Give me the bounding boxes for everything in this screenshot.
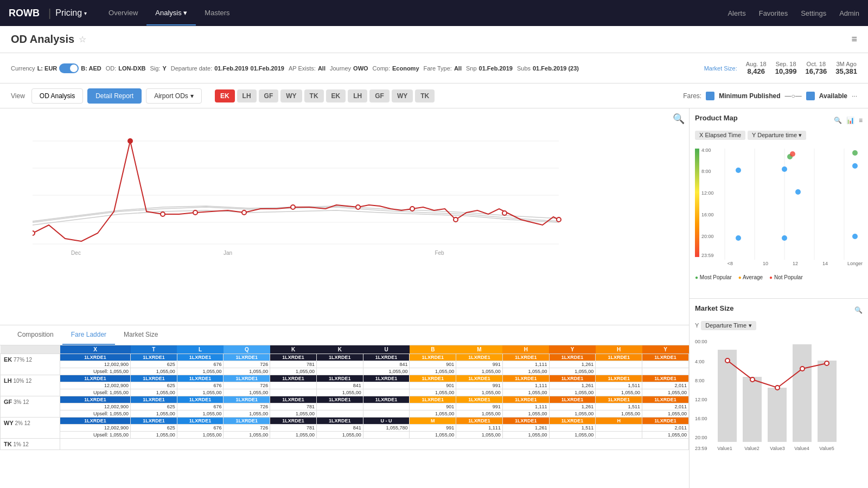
- ms-label: Market Size:: [704, 65, 737, 72]
- od-analysis-button[interactable]: OD Analysis: [31, 88, 83, 104]
- ap-value[interactable]: All: [318, 65, 326, 72]
- nav-settings[interactable]: Settings: [801, 9, 826, 17]
- pill-lh2[interactable]: LH: [348, 89, 367, 102]
- fare-header-y2: Y: [642, 345, 689, 354]
- svg-point-17: [356, 205, 360, 209]
- svg-point-48: [736, 235, 741, 241]
- comp-value[interactable]: Economy: [392, 65, 419, 72]
- airport-ods-dropdown[interactable]: Airport ODs ▾: [146, 88, 202, 104]
- fare-type-value[interactable]: All: [454, 65, 462, 72]
- product-map-filter-icon[interactable]: ≡: [859, 117, 863, 124]
- svg-point-50: [852, 234, 858, 239]
- svg-text:12: 12: [793, 261, 798, 266]
- min-published-checkbox[interactable]: [706, 92, 714, 100]
- fare-type-label: Fare Type:: [424, 65, 452, 72]
- svg-point-46: [852, 163, 858, 169]
- product-map-export-icon[interactable]: 📊: [846, 117, 854, 124]
- fares-section: Fares: Minimum Published —○— Available ·…: [683, 92, 857, 100]
- table-row: GF 3% 12 1LXRDE1 1LXRDE1 1LXRDE1 1LXRDE1…: [1, 396, 689, 403]
- svg-text:23:59: 23:59: [695, 446, 707, 451]
- product-map-search-icon[interactable]: 🔍: [834, 117, 842, 124]
- pill-gf[interactable]: GF: [259, 89, 279, 102]
- x-axis-label: X Elapsed Time: [695, 131, 745, 140]
- fare-ladder-table: X T L Q K K U B M H Y H Y: [0, 345, 689, 450]
- currency-b: B: AED: [81, 65, 101, 72]
- more-options-icon[interactable]: ···: [852, 92, 857, 100]
- market-size-tools: 🔍: [854, 306, 863, 314]
- table-row: Upsell: 1,055,00 1,055,00 1,055,00 1,055…: [1, 389, 689, 396]
- minus-icon[interactable]: —○—: [784, 92, 801, 100]
- tab-fare-ladder[interactable]: Fare Ladder: [62, 325, 115, 345]
- brand-logo: ROWB: [9, 8, 40, 19]
- journey-label: Journey: [330, 65, 351, 72]
- pill-gf2[interactable]: GF: [369, 89, 390, 102]
- app-chevron-icon[interactable]: ▾: [84, 10, 87, 16]
- detail-report-button[interactable]: Detail Report: [87, 88, 142, 104]
- pill-wy[interactable]: WY: [280, 89, 302, 102]
- favorite-star-icon[interactable]: ☆: [79, 34, 86, 44]
- ek-label-cell: EK 77% 12: [1, 354, 60, 375]
- sig-value[interactable]: Y: [162, 65, 166, 72]
- table-row: Upsell: 1,055,00 1,055,00 1,055,00 1,055…: [1, 368, 689, 375]
- dep-val1[interactable]: 01.Feb.2019: [214, 65, 248, 72]
- snp-value[interactable]: 01.Feb.2019: [479, 65, 513, 72]
- sig-label: Sig:: [150, 65, 160, 72]
- subs-value[interactable]: 01.Feb.2019 (23): [533, 65, 579, 72]
- journey-value[interactable]: OWO: [353, 65, 368, 72]
- pill-wy2[interactable]: WY: [392, 89, 413, 102]
- svg-point-16: [291, 205, 295, 209]
- comp-label: Comp:: [373, 65, 390, 72]
- ms-aug: Aug. 18 8,426: [746, 61, 767, 75]
- svg-text:8:00: 8:00: [701, 169, 711, 174]
- svg-point-18: [410, 207, 414, 211]
- nav-analysis[interactable]: Analysis ▾: [146, 1, 196, 25]
- product-map-section: Product Map 🔍 📊 ≡ X Elapsed Time Y Depar…: [690, 108, 868, 299]
- nav-overview[interactable]: Overview: [100, 1, 146, 25]
- nav-favorites[interactable]: Favorites: [759, 9, 788, 17]
- top-nav: ROWB | Pricing ▾ Overview Analysis ▾ Mas…: [0, 0, 868, 26]
- ap-filter: AP Exists: All: [289, 65, 326, 72]
- tab-composition[interactable]: Composition: [9, 325, 62, 345]
- pill-tk2[interactable]: TK: [415, 89, 435, 102]
- fare-header-q: Q: [224, 345, 270, 354]
- pill-ek[interactable]: EK: [215, 89, 235, 102]
- fare-ladder-table-container[interactable]: X T L Q K K U B M H Y H Y: [0, 345, 689, 450]
- svg-text:Jan: Jan: [224, 250, 232, 256]
- pill-tk[interactable]: TK: [304, 89, 324, 102]
- bottom-tabs: Composition Fare Ladder Market Size: [0, 325, 689, 345]
- table-row: 12,002,900 625 676 726 781 841 1,055,780…: [1, 425, 689, 432]
- od-value[interactable]: LON-DXB: [118, 65, 145, 72]
- chart-area: 🔍 MAX 65,000 4,400 33,600 2,600 1,600: [0, 108, 689, 325]
- svg-text:12:00: 12:00: [701, 190, 714, 196]
- dep-label: Departure date:: [171, 65, 212, 72]
- nav-alerts[interactable]: Alerts: [727, 9, 745, 17]
- product-map-header: Product Map 🔍 📊 ≡: [695, 114, 863, 126]
- main-content: 🔍 MAX 65,000 4,400 33,600 2,600 1,600: [0, 108, 868, 488]
- nav-admin[interactable]: Admin: [839, 9, 859, 17]
- svg-text:16:00: 16:00: [701, 212, 714, 217]
- available-label: Available: [819, 92, 847, 100]
- departure-time-dropdown[interactable]: Departure Time ▾: [701, 321, 756, 330]
- dep-val2[interactable]: 01.Feb.2019: [251, 65, 284, 72]
- available-checkbox[interactable]: [806, 92, 815, 100]
- chart-search-icon[interactable]: 🔍: [673, 113, 685, 125]
- market-size-search-icon[interactable]: 🔍: [854, 306, 863, 314]
- page-title: OD Analysis: [11, 33, 74, 46]
- snp-label: Snp: [466, 65, 477, 72]
- pill-ek2[interactable]: EK: [326, 89, 346, 102]
- fares-label: Fares:: [683, 92, 701, 100]
- tab-market-size[interactable]: Market Size: [115, 325, 167, 345]
- filter-icon[interactable]: ≡: [851, 34, 857, 45]
- nav-masters[interactable]: Masters: [196, 1, 238, 25]
- right-panel: Product Map 🔍 📊 ≡ X Elapsed Time Y Depar…: [689, 108, 868, 488]
- fare-header-y: Y: [549, 345, 596, 354]
- svg-rect-60: [743, 377, 762, 442]
- currency-toggle[interactable]: [59, 63, 79, 73]
- svg-point-15: [242, 210, 246, 215]
- left-panel: 🔍 MAX 65,000 4,400 33,600 2,600 1,600: [0, 108, 689, 488]
- bottom-area: Composition Fare Ladder Market Size X T …: [0, 325, 689, 488]
- market-size-controls: Y Departure Time ▾: [695, 321, 863, 330]
- svg-point-45: [782, 166, 787, 172]
- pill-lh[interactable]: LH: [237, 89, 257, 102]
- table-row: 12,002,900 625 676 726 781 901 991 1,111…: [1, 403, 689, 410]
